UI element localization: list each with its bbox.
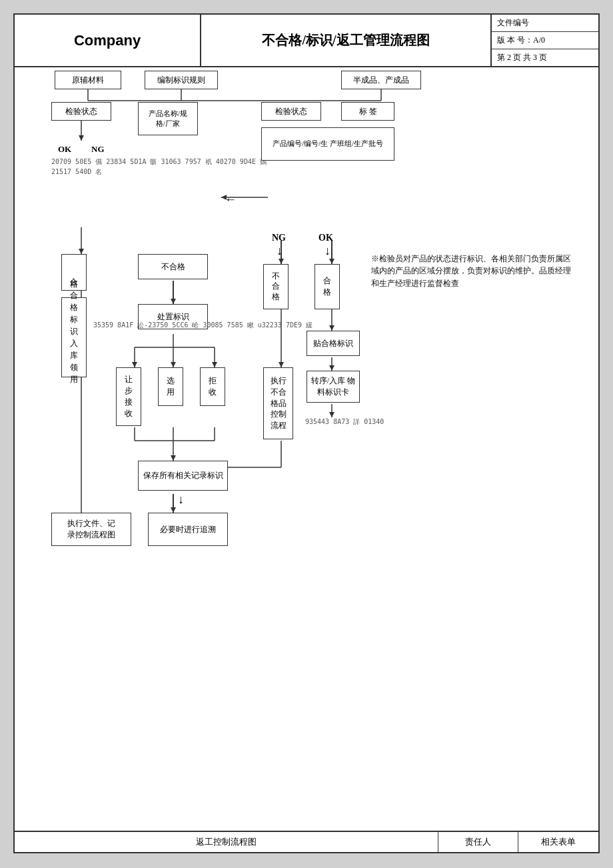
ng-label-left: NG: [91, 144, 105, 155]
save-down-arrow: ↓: [178, 493, 184, 507]
noise-text-1: 20709 50E5 儑 23834 5D1A 骸 31063 7957 祇 4…: [51, 157, 267, 167]
page-info: 第 2 页 共 3 页: [492, 49, 598, 66]
footer-table: 相关表单: [518, 832, 598, 852]
svg-marker-20: [212, 362, 217, 367]
header: Company 不合格/标识/返工管理流程图 文件编号 版 本 号：A/0 第 …: [15, 15, 598, 67]
qualified-left-box: 合 格: [61, 254, 87, 291]
save-records-box: 保存所有相关记录标识: [138, 461, 228, 491]
svg-marker-34: [279, 362, 284, 367]
raw-materials-box: 原辅材料: [55, 71, 121, 89]
header-meta: 文件编号 版 本 号：A/0 第 2 页 共 3 页: [492, 15, 598, 66]
svg-marker-30: [279, 259, 284, 264]
unqualified-box: 不合格: [138, 254, 208, 279]
document-title: 不合格/标识/返工管理流程图: [201, 15, 492, 66]
svg-marker-10: [79, 249, 84, 254]
reject-box: 拒 收: [200, 367, 225, 406]
inspection-status-left: 检验状态: [51, 102, 111, 121]
svg-marker-28: [171, 507, 176, 513]
svg-marker-12: [171, 299, 176, 304]
execute-unqualified-box: 执行 不合 格品 控制 流程: [263, 367, 293, 439]
footer-label: 返工控制流程图: [15, 832, 438, 852]
ok-down-arrow: ↓: [324, 244, 330, 258]
main-content: 原辅材料 编制标识规则 半成品、产成品 检验状态 产品名称/规 格/厂家 检验状…: [15, 67, 598, 831]
transfer-in-box: 转序/入库 物料标识卡: [306, 371, 360, 403]
noise-text-2: 21517 540D 名: [51, 167, 102, 177]
product-name-box: 产品名称/规 格/厂家: [138, 102, 198, 135]
svg-marker-26: [171, 455, 176, 461]
version-number: 版 本 号：A/0: [492, 32, 598, 49]
semi-finished-box: 半成品、产成品: [341, 71, 421, 89]
select-use-box: 选 用: [158, 367, 183, 406]
company-name: Company: [15, 15, 201, 66]
paste-qualified-box: 贴合格标识: [306, 331, 360, 356]
ok-center: OK: [318, 233, 333, 243]
footer-resp: 责任人: [438, 832, 518, 852]
concession-box: 让 步 接 收: [116, 367, 141, 426]
document-page: Company 不合格/标识/返工管理流程图 文件编号 版 本 号：A/0 第 …: [13, 13, 600, 853]
remark-text: ※检验员对产品的状态进行标识、各相关部门负责所属区域内的产品的区域分摆放，负责对…: [371, 253, 578, 289]
not-qualified-right-box: 不 合 格: [263, 264, 289, 309]
svg-marker-18: [171, 362, 176, 367]
svg-marker-16: [132, 362, 137, 367]
ng-center: NG: [272, 233, 286, 243]
inspection-status-right: 检验状态: [261, 102, 321, 121]
left-arrow: ←: [225, 193, 237, 207]
svg-marker-6: [79, 135, 84, 141]
footer: 返工控制流程图 责任人 相关表单: [15, 831, 598, 852]
svg-marker-42: [329, 412, 334, 417]
ng-down-arrow: ↓: [277, 244, 283, 258]
noise-text-4: 935443 8A73 詳 01340: [305, 417, 384, 427]
qualified-right-box: 合 格: [314, 264, 340, 309]
trace-box: 必要时进行追溯: [148, 513, 228, 546]
svg-marker-32: [329, 259, 334, 264]
doc-number-label: 文件编号: [492, 15, 598, 32]
diagram-svg: [15, 67, 598, 831]
qualified-mark-box: 合 格 标 识 入 库 领 用: [61, 297, 87, 377]
ok-label-left: OK: [58, 144, 71, 155]
svg-marker-38: [329, 325, 334, 331]
noise-text-3: 35359 8A1F 訟-23750 5CC6 峆 30085 7585 瞅 u…: [93, 321, 312, 330]
execute-files-box: 执行文件、记 录控制流程图: [51, 513, 131, 546]
svg-marker-40: [329, 365, 334, 371]
product-info-box: 产品编号/编号/生 产班组/生产批号: [261, 127, 394, 161]
label-tag-box: 标 签: [341, 102, 394, 121]
compile-rules-box: 编制标识规则: [145, 71, 218, 89]
